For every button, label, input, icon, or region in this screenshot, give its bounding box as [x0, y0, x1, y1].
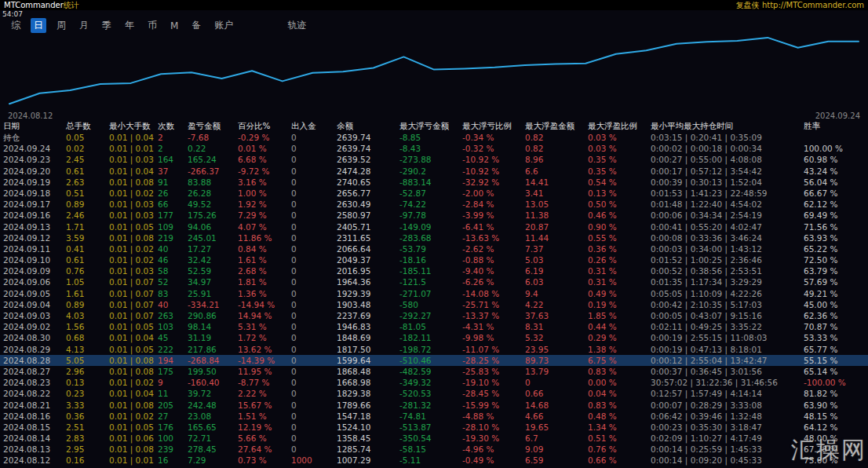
cell-time: 0:01:52 | 1:00:25 | 2:36:46: [647, 254, 801, 265]
table-row[interactable]: 2024.08.213.330.01 | 0.08205242.4815.67 …: [0, 400, 868, 411]
column-header-minmax[interactable]: 最小大手数: [106, 119, 155, 132]
cell-balance: 2630.49: [334, 199, 396, 210]
cell-pct: 1.72 %: [235, 332, 288, 343]
menu-item-月[interactable]: 月: [76, 18, 92, 33]
menu-item-币[interactable]: 币: [144, 18, 160, 33]
table-row[interactable]: 2024.09.131.710.01 | 0.0510994.064.07 %0…: [0, 221, 868, 232]
cell-minmax: 0.01 | 0.01: [106, 143, 155, 154]
cell-profit: 165.24: [184, 154, 235, 165]
table-row[interactable]: 2024.09.180.510.01 | 0.022626.281.00 %02…: [0, 188, 868, 199]
cell-count: 263: [155, 310, 184, 321]
column-header-winrate[interactable]: 胜率: [801, 119, 868, 132]
cell-date: 2024.08.29: [0, 344, 63, 355]
table-row[interactable]: 2024.09.232.450.01 | 0.03164165.246.68 %…: [0, 154, 868, 165]
column-header-balance[interactable]: 余额: [334, 119, 396, 132]
cell-time: 0:06:42 | 0:39:46 | 1:32:48: [647, 411, 801, 422]
column-header-maxfp[interactable]: 最大浮盈金额: [522, 119, 585, 132]
table-row[interactable]: 2024.08.160.360.01 | 0.022723.081.51 %01…: [0, 411, 868, 422]
column-header-profit[interactable]: 盈亏金额: [184, 119, 235, 132]
column-header-maxdd[interactable]: 最大浮亏金额: [396, 119, 459, 132]
table-row[interactable]: 2024.09.192.630.01 | 0.089183.883.16 %02…: [0, 177, 868, 188]
menu-item-综[interactable]: 综: [8, 18, 24, 33]
cell-maxddpct: -25.71 %: [459, 299, 522, 310]
table-row[interactable]: 2024.09.110.410.01 | 0.024017.270.84 %02…: [0, 243, 868, 254]
cell-maxfppct: 0.13 %: [585, 188, 647, 199]
cell-pct: 13.62 %: [235, 344, 288, 355]
menu-item-M[interactable]: M: [167, 20, 181, 32]
cell-balance: 1848.69: [334, 332, 396, 343]
table-row[interactable]: 2024.08.294.130.01 | 0.05222217.8613.62 …: [0, 344, 868, 355]
menu-item-日[interactable]: 日: [31, 18, 46, 33]
table-row[interactable]: 2024.09.240.020.01 | 0.0120.220.01 %0263…: [0, 143, 868, 154]
column-header-count[interactable]: 次数: [155, 119, 184, 132]
cell-inout: 0: [288, 288, 334, 299]
cell-inout: 0: [288, 243, 334, 254]
cell-inout: 0: [288, 276, 334, 287]
cell-profit: 17.27: [184, 243, 235, 254]
column-header-inout[interactable]: 出入金: [288, 119, 334, 132]
cell-time: 0:00:05 | 0:43:07 | 9:15:16: [647, 310, 801, 321]
table-row[interactable]: 2024.09.090.760.01 | 0.035852.592.68 %02…: [0, 265, 868, 276]
brand-link[interactable]: 复盘侠 http://MTCommander.com: [736, 0, 864, 10]
table-row[interactable]: 2024.09.123.590.01 | 0.08219245.0111.86 …: [0, 232, 868, 243]
table-row[interactable]: 2024.08.230.130.01 | 0.029-160.40-8.77 %…: [0, 377, 868, 388]
cell-maxddpct: -0.34 %: [459, 132, 522, 143]
table-row[interactable]: 2024.08.132.950.01 | 0.08239278.4527.64 …: [0, 444, 868, 455]
menu-item-季[interactable]: 季: [99, 18, 115, 33]
table-row[interactable]: 2024.09.034.030.01 | 0.07263290.8614.94 …: [0, 310, 868, 321]
table-row[interactable]: 2024.09.040.890.01 | 0.0740-334.21-14.94…: [0, 299, 868, 310]
cell-maxddpct: -2.00 %: [459, 188, 522, 199]
cell-maxfp: 0: [522, 377, 585, 388]
table-row[interactable]: 2024.09.051.610.01 | 0.078325.911.36 %01…: [0, 288, 868, 299]
cell-date: 2024.09.12: [0, 232, 63, 243]
cell-maxdd: -510.46: [396, 355, 459, 366]
cell-minmax: 0.01 | 0.07: [106, 299, 155, 310]
cell-inout: 0: [288, 210, 334, 221]
column-header-time[interactable]: 最小平均最大持仓时间: [647, 119, 801, 132]
cell-date: 2024.08.22: [0, 388, 63, 399]
column-header-pct[interactable]: 百分比%: [235, 119, 288, 132]
table-row[interactable]: 2024.08.152.510.01 | 0.05176165.6512.19 …: [0, 422, 868, 433]
column-header-maxfppct[interactable]: 最大浮盈比例: [585, 119, 647, 132]
cell-maxfppct: 0.46 %: [585, 210, 647, 221]
cell-winrate: 57.69 %: [801, 276, 868, 287]
cell-maxddpct: -11.07 %: [459, 344, 522, 355]
cell-balance: 2740.65: [334, 177, 396, 188]
cell-date: 2024.09.04: [0, 299, 63, 310]
cell-date: 2024.08.12: [0, 455, 63, 466]
menu-item-轨迹[interactable]: 轨迹: [284, 18, 309, 33]
table-row[interactable]: 2024.09.100.610.01 | 0.024632.421.61 %02…: [0, 254, 868, 265]
menu-item-周[interactable]: 周: [53, 18, 69, 33]
table-row[interactable]: 2024.08.120.160.01 | 0.01167.290.73 %100…: [0, 455, 868, 466]
cell-inout: 0: [288, 433, 334, 444]
table-row[interactable]: 2024.08.272.960.01 | 0.08175199.5011.95 …: [0, 366, 868, 377]
table-row[interactable]: 2024.08.142.830.01 | 0.0610072.715.66 %0…: [0, 433, 868, 444]
cell-profit: 32.42: [184, 254, 235, 265]
column-header-maxddpct[interactable]: 最大浮亏比例: [459, 119, 522, 132]
table-row[interactable]: 2024.08.285.050.01 | 0.08194-268.84-14.3…: [0, 355, 868, 366]
cell-maxdd: -97.78: [396, 210, 459, 221]
cell-pct: 7.29 %: [235, 210, 288, 221]
table-row[interactable]: 2024.09.162.460.01 | 0.03177175.267.29 %…: [0, 210, 868, 221]
table-row[interactable]: 持仓0.050.01 | 0.042-7.68-0.29 %02639.74-8…: [0, 132, 868, 143]
table-row[interactable]: 2024.08.300.680.01 | 0.044531.191.72 %01…: [0, 332, 868, 343]
table-row[interactable]: 2024.09.021.560.01 | 0.0510398.145.31 %0…: [0, 321, 868, 332]
column-header-lots[interactable]: 总手数: [63, 119, 106, 132]
cell-maxddpct: -3.99 %: [459, 210, 522, 221]
menu-item-年[interactable]: 年: [122, 18, 137, 33]
cell-inout: 0: [288, 143, 334, 154]
cell-maxfp: 14.41: [522, 177, 585, 188]
table-row[interactable]: 2024.08.220.230.01 | 0.041139.722.22 %01…: [0, 388, 868, 399]
column-header-date[interactable]: 日期: [0, 119, 63, 132]
cell-inout: 0: [288, 411, 334, 422]
cell-profit: -160.40: [184, 377, 235, 388]
table-row[interactable]: 2024.09.200.610.01 | 0.0437-266.37-9.72 …: [0, 166, 868, 177]
cell-maxfp: 13.79: [522, 366, 585, 377]
table-row[interactable]: 2024.09.061.050.01 | 0.075234.971.81 %01…: [0, 276, 868, 287]
menu-item-备[interactable]: 备: [188, 18, 204, 33]
cell-count: 175: [155, 366, 184, 377]
cell-maxddpct: -4.88 %: [459, 411, 522, 422]
table-row[interactable]: 2024.09.170.890.01 | 0.036649.521.92 %02…: [0, 199, 868, 210]
menu-item-账户[interactable]: 账户: [211, 18, 236, 33]
cell-profit: 242.48: [184, 400, 235, 411]
